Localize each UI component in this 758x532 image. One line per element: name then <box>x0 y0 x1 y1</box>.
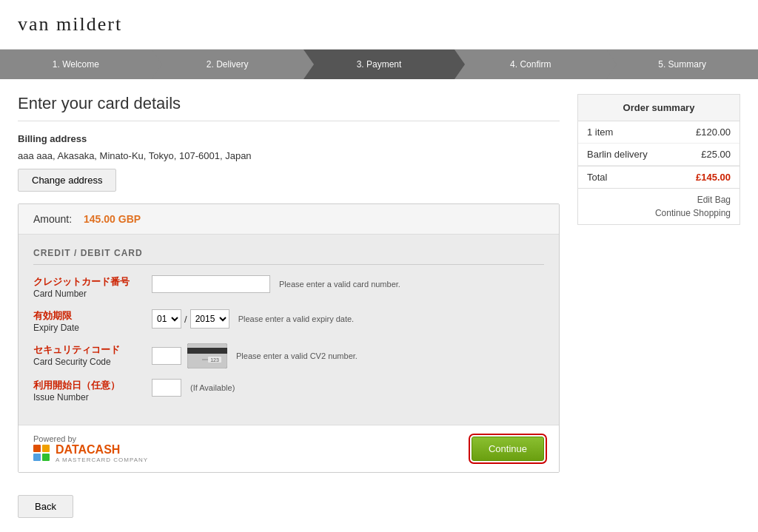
datacash-icon <box>33 445 51 462</box>
svg-rect-8 <box>42 454 50 461</box>
svg-rect-0 <box>187 343 227 368</box>
cvv-label-jp: セキュリティコード <box>33 343 152 357</box>
order-total-price: £145.00 <box>696 172 731 183</box>
expiry-label-jp: 有効期限 <box>33 309 152 323</box>
order-item-price: £120.00 <box>696 127 731 138</box>
order-delivery-price: £25.00 <box>701 149 731 160</box>
left-panel: Enter your card details Billing address … <box>18 94 560 473</box>
progress-step-payment[interactable]: 3. Payment <box>303 50 455 79</box>
back-section: Back <box>0 488 758 532</box>
order-total-row: Total £145.00 <box>578 166 739 189</box>
cvv-input-group: 123 Please enter a valid CV2 number. <box>152 343 358 368</box>
order-delivery-label: Barlin delivery <box>587 149 648 160</box>
datacash-sub: A MASTERCARD COMPANY <box>56 457 148 463</box>
svg-rect-5 <box>33 445 41 452</box>
payment-footer: Powered by DATACASH A MASTERCARD COMPANY <box>19 425 559 472</box>
progress-step-welcome[interactable]: 1. Welcome <box>0 50 152 79</box>
card-number-label-en: Card Number <box>33 289 152 299</box>
datacash-logo: DATACASH A MASTERCARD COMPANY <box>33 443 148 463</box>
continue-button[interactable]: Continue <box>472 437 544 461</box>
expiry-date-row: 有効期限 Expiry Date 01020304 05060708 09101… <box>33 309 544 333</box>
order-delivery-row: Barlin delivery £25.00 <box>578 144 739 166</box>
svg-rect-6 <box>42 445 50 452</box>
card-section-title: CREDIT / DEBIT CARD <box>33 248 544 265</box>
card-number-input-group: Please enter a valid card number. <box>152 275 400 293</box>
expiry-label-en: Expiry Date <box>33 323 152 333</box>
svg-text:123: 123 <box>210 357 219 363</box>
expiry-label-group: 有効期限 Expiry Date <box>33 309 152 333</box>
order-summary-title: Order summary <box>578 95 739 121</box>
change-address-button[interactable]: Change address <box>18 169 116 192</box>
edit-bag-link[interactable]: Edit Bag <box>587 193 731 206</box>
progress-step-delivery[interactable]: 2. Delivery <box>152 50 303 79</box>
expiry-year-select[interactable]: 2015201620172018 2019202020212022 <box>190 309 229 329</box>
main-content: Enter your card details Billing address … <box>0 79 758 488</box>
powered-by-section: Powered by DATACASH A MASTERCARD COMPANY <box>33 434 148 463</box>
expiry-selects: 01020304 05060708 09101112 / 20152016201… <box>152 309 229 329</box>
back-button[interactable]: Back <box>18 495 73 518</box>
order-summary: Order summary 1 item £120.00 Barlin deli… <box>577 94 740 225</box>
order-item-label: 1 item <box>587 127 613 138</box>
amount-bar: Amount: 145.00 GBP <box>19 204 559 235</box>
header: van mildert <box>0 0 758 50</box>
progress-bar: 1. Welcome 2. Delivery 3. Payment 4. Con… <box>0 50 758 79</box>
issue-number-row: 利用開始日（任意） Issue Number (If Available) <box>33 379 544 403</box>
logo: van mildert <box>18 13 740 36</box>
expiry-month-select[interactable]: 01020304 05060708 09101112 <box>152 309 181 329</box>
cvv-validation: Please enter a valid CV2 number. <box>236 351 358 360</box>
svg-rect-7 <box>33 454 41 461</box>
datacash-name: DATACASH <box>56 443 120 456</box>
cvv-card-image: 123 <box>187 343 227 368</box>
expiry-input-group: 01020304 05060708 09101112 / 20152016201… <box>152 309 354 329</box>
expiry-validation: Please enter a valid expiry date. <box>238 314 355 323</box>
payment-box: Amount: 145.00 GBP CREDIT / DEBIT CARD ク… <box>18 203 560 473</box>
powered-by-text: Powered by <box>33 434 148 443</box>
issue-label-en: Issue Number <box>33 392 152 403</box>
cvv-label-group: セキュリティコード Card Security Code <box>33 343 152 367</box>
order-item-row: 1 item £120.00 <box>578 121 739 144</box>
issue-note: (If Available) <box>190 383 235 392</box>
progress-step-confirm[interactable]: 4. Confirm <box>455 50 606 79</box>
cvv-label-en: Card Security Code <box>33 357 152 367</box>
amount-value: 145.00 GBP <box>84 213 141 225</box>
billing-address-text: aaa aaa, Akasaka, Minato-Ku, Tokyo, 107-… <box>18 150 560 161</box>
issue-input-group: (If Available) <box>152 379 235 397</box>
card-number-input[interactable] <box>152 275 270 293</box>
issue-label-jp: 利用開始日（任意） <box>33 379 152 392</box>
cvv-card-icon: 123 <box>187 343 227 368</box>
page-title: Enter your card details <box>18 94 560 121</box>
card-number-row: クレジットカード番号 Card Number Please enter a va… <box>33 275 544 299</box>
svg-rect-1 <box>187 348 227 354</box>
billing-address-label: Billing address <box>18 133 560 144</box>
order-total-label: Total <box>587 172 607 183</box>
cvv-row: セキュリティコード Card Security Code 123 <box>33 343 544 368</box>
card-number-label-group: クレジットカード番号 Card Number <box>33 275 152 299</box>
cvv-input[interactable] <box>152 347 181 365</box>
order-links: Edit Bag Continue Shopping <box>578 189 739 224</box>
card-number-label-jp: クレジットカード番号 <box>33 275 152 289</box>
right-panel: Order summary 1 item £120.00 Barlin deli… <box>577 94 740 473</box>
issue-number-input[interactable] <box>152 379 181 397</box>
card-number-validation: Please enter a valid card number. <box>279 280 400 289</box>
amount-label: Amount: <box>33 213 72 225</box>
issue-label-group: 利用開始日（任意） Issue Number <box>33 379 152 403</box>
card-section: CREDIT / DEBIT CARD クレジットカード番号 Card Numb… <box>19 235 559 425</box>
progress-step-summary[interactable]: 5. Summary <box>606 50 758 79</box>
continue-shopping-link[interactable]: Continue Shopping <box>587 206 731 220</box>
